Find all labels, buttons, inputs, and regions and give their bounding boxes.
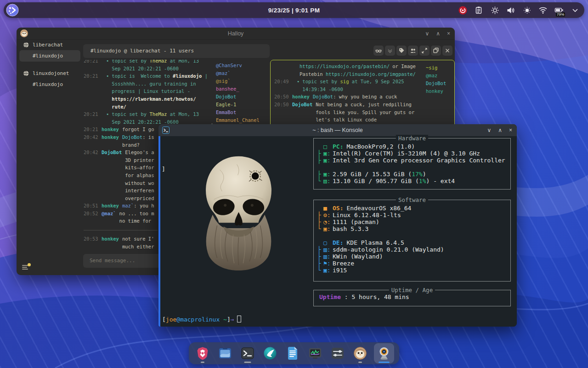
terminal-body[interactable]: ] (158, 136, 517, 327)
chat-message: 20:21• topic set by TheMaz at Mon, 13Sep… (84, 60, 216, 72)
window-title: ~ : bash — Konsole (312, 127, 362, 133)
dock-brave-browser[interactable] (194, 343, 211, 363)
system-tray: 79% (458, 2, 580, 18)
app-launcher-button[interactable] (6, 4, 19, 17)
dock-network-ball[interactable] (261, 343, 279, 363)
nick-item[interactable]: DojoBot (216, 93, 268, 101)
channel-header-left: #linuxdojo @ liberachat - 11 users (83, 44, 270, 58)
minimize-button[interactable]: ∨ (487, 127, 491, 133)
chat-message: 20:50DojoBot Not being a cuck, just redp… (274, 101, 426, 124)
pane-toolbar (373, 46, 452, 56)
sidebar-server-linuxdojonet[interactable]: linuxdojonet (17, 68, 83, 79)
nick-item[interactable]: banshee_ (216, 85, 268, 93)
chat-message: 20:21• topic set by TheMaz at Mon, 13Sep… (84, 110, 216, 126)
nick-item[interactable]: @maz (426, 72, 452, 80)
konsole-app-icon (162, 126, 170, 134)
chat-message: 20:21• topic is Welcome to #linuxdojo | … (84, 72, 216, 110)
dock-file-manager[interactable] (216, 343, 234, 363)
notification-dot (28, 263, 31, 266)
wifi-icon[interactable] (538, 6, 548, 15)
nick-item[interactable]: honkey (426, 87, 452, 95)
night-light-icon[interactable] (522, 6, 531, 15)
uptime-section: Uptime / Age Uptime : 5 hours, 48 mins (313, 290, 511, 306)
close-pane-button[interactable] (442, 46, 452, 56)
konsole-titlebar[interactable]: ~ : bash — Konsole ∨ ∧ × (158, 124, 517, 136)
topic-tag-button[interactable] (396, 46, 407, 56)
sidebar-menu-icon[interactable] (22, 265, 29, 270)
halloy-app-icon (20, 29, 28, 37)
software-section: Software ■OS:EndeavourOS x86_64 ├⚙:Linux… (313, 200, 511, 282)
globe-icon (23, 70, 29, 76)
nick-item[interactable]: ~sig (426, 64, 452, 72)
hardware-section: Hardware □PC:MacBookPro9,2 (1.0) ├▣:Inte… (313, 138, 511, 190)
dock-documents[interactable] (284, 343, 301, 363)
link[interactable]: rute/ (112, 103, 216, 111)
sidebar-channel-linuxdojo-liberachat[interactable]: #linuxdojo (19, 50, 80, 62)
window-title: Halloy (228, 30, 244, 37)
split-pane-button[interactable] (431, 46, 441, 56)
server-label: liberachat (33, 42, 63, 48)
nick-item[interactable]: @maz` (216, 69, 268, 77)
sidebar-server-liberachat[interactable]: liberachat (17, 40, 83, 50)
dock-settings[interactable] (329, 343, 346, 363)
blocker-icon[interactable] (458, 6, 467, 15)
close-button[interactable]: × (447, 30, 450, 37)
dock-konsole[interactable] (239, 343, 256, 363)
nick-list-left: @ChanServ @maz` @sig` banshee_ DojoBot E… (216, 62, 268, 124)
volume-icon[interactable] (506, 6, 515, 15)
globe-icon (23, 42, 29, 48)
desktop: Halloy ∨ ∧ × liberachat #linuxdojo (0, 0, 588, 368)
maximize-pane-button[interactable] (419, 46, 430, 56)
dock-system-monitor[interactable] (306, 343, 324, 363)
stray-bracket: ] (162, 166, 165, 172)
maximize-button[interactable]: ∧ (498, 127, 502, 133)
chat-message: 20:50honkey DojoBot: why you being a cuc… (274, 93, 426, 101)
battery-percentage: 79% (556, 12, 565, 17)
brightness-icon[interactable] (490, 6, 499, 15)
close-button[interactable]: × (509, 127, 512, 133)
battery-icon[interactable]: 79% (554, 6, 564, 15)
clock[interactable]: 9/23/25 | 9:01 PM (268, 7, 320, 14)
running-indicator (358, 362, 362, 363)
chat-message: 20:49• topic set by sig at Tue, 9 Sep 20… (274, 78, 426, 93)
history-glasses-button[interactable] (373, 46, 384, 56)
nick-item[interactable]: EmmaBot (216, 109, 268, 116)
link[interactable]: https://rlworkman.net/howtos/ (112, 95, 216, 103)
running-indicator (244, 362, 251, 363)
server-label: linuxdojonet (33, 70, 69, 76)
active-indicator (379, 362, 390, 363)
dock (189, 342, 399, 364)
scroll-down-button[interactable] (385, 46, 395, 56)
focus-accent-bar (158, 136, 160, 327)
nick-item[interactable]: Eagle-1 (216, 101, 268, 109)
nick-item[interactable]: DojoBot (426, 80, 452, 87)
maximize-button[interactable]: ∧ (436, 30, 440, 37)
running-indicator (201, 362, 204, 363)
user-list-button[interactable] (408, 46, 418, 56)
shell-prompt[interactable]: [joe@macprolinux ~]→ (162, 316, 241, 323)
konsole-window: ~ : bash — Konsole ∨ ∧ × ] (158, 124, 517, 327)
clipboard-icon[interactable] (474, 6, 483, 15)
top-panel: 9/23/25 | 9:01 PM 79% (4, 2, 584, 18)
nick-item[interactable]: @ChanServ (216, 62, 268, 69)
dock-halloy[interactable] (351, 343, 369, 363)
chat-message: https://linuxdojo.org/pastebin/ or Image… (274, 63, 426, 78)
nick-item[interactable]: @sig` (216, 77, 268, 85)
halloy-titlebar[interactable]: Halloy ∨ ∧ × (17, 28, 455, 40)
server-sidebar: liberachat #linuxdojo linuxdojonet #linu… (17, 40, 83, 275)
nick-item[interactable]: Emmanuel_Chanel (216, 116, 268, 124)
terminal-cursor (237, 316, 241, 322)
sidebar-channel-linuxdojo-linuxdojonet[interactable]: #linuxdojo (17, 79, 83, 90)
link[interactable]: https://linuxdojo.org/pastebin/ (300, 63, 390, 69)
nick-list-right: ~sig @maz DojoBot honkey (426, 64, 452, 95)
chevron-down-icon[interactable] (571, 6, 580, 15)
link[interactable]: https://linuxdojo.org/imgpaste/ (326, 71, 416, 77)
minimize-button[interactable]: ∨ (425, 30, 429, 37)
dock-camera[interactable] (374, 343, 394, 363)
skull-image (192, 149, 286, 270)
